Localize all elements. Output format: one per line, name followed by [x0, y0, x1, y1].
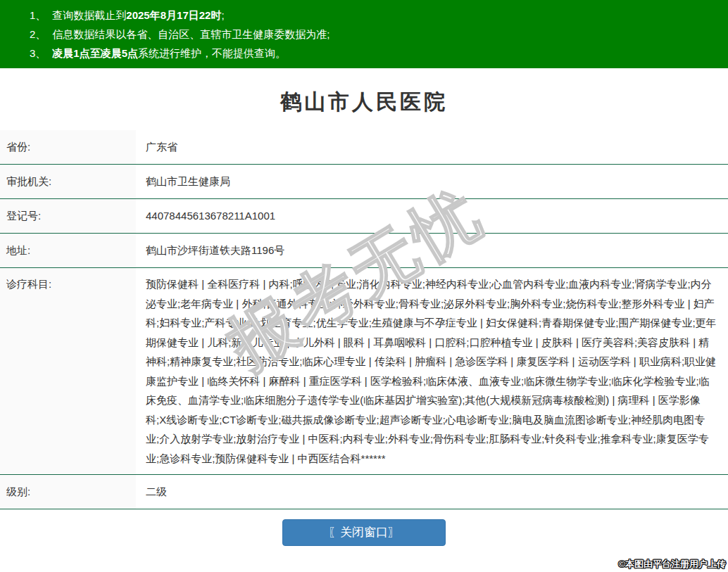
field-value: 鹤山市卫生健康局: [136, 165, 728, 198]
hospital-info-table: 省份: 广东省 审批机关: 鹤山市卫生健康局 登记号: 440784456136…: [0, 130, 728, 509]
field-label: 级别:: [0, 475, 136, 509]
notice-bar: 1、查询数据截止到2025年8月17日22时; 2、信息数据结果以各省、自治区、…: [0, 0, 728, 68]
field-value: 44078445613678211A1001: [136, 199, 728, 233]
field-label: 地址:: [0, 234, 136, 267]
notice-item-number: 3、: [30, 47, 46, 59]
close-window-button[interactable]: 〖关闭窗口〗: [282, 519, 446, 546]
image-attribution: ©本图由平台注册用户上传: [618, 558, 726, 571]
notice-item-number: 2、: [30, 28, 46, 40]
button-row: 〖关闭窗口〗: [0, 519, 728, 546]
field-value: 二级: [136, 475, 728, 509]
query-result-page: 1、查询数据截止到2025年8月17日22时; 2、信息数据结果以各省、自治区、…: [0, 0, 728, 572]
notice-item: 1、查询数据截止到2025年8月17日22时;: [30, 6, 714, 25]
notice-item: 3、凌晨1点至凌晨5点系统进行维护，不能提供查询。: [30, 44, 714, 63]
notice-item-text: ;: [221, 9, 224, 21]
field-label: 审批机关:: [0, 165, 136, 198]
notice-item-text: 查询数据截止到: [52, 9, 126, 21]
field-label: 登记号:: [0, 199, 136, 233]
field-row-registration-number: 登记号: 44078445613678211A1001: [0, 199, 728, 234]
field-row-province: 省份: 广东省: [0, 130, 728, 165]
field-label: 省份:: [0, 130, 136, 164]
field-row-approval-authority: 审批机关: 鹤山市卫生健康局: [0, 165, 728, 199]
field-label: 诊疗科目:: [0, 268, 136, 474]
notice-item-text: 信息数据结果以各省、自治区、直辖市卫生健康委数据为准;: [52, 28, 330, 40]
notice-item: 2、信息数据结果以各省、自治区、直辖市卫生健康委数据为准;: [30, 25, 714, 44]
notice-item-bold-text: 凌晨1点至凌晨5点: [52, 47, 138, 59]
notice-item-text: 系统进行维护，不能提供查询。: [138, 47, 286, 59]
hospital-name-title: 鹤山市人民医院: [0, 68, 728, 130]
field-value: 鹤山市沙坪街道铁夫路1196号: [136, 234, 728, 267]
field-row-address: 地址: 鹤山市沙坪街道铁夫路1196号: [0, 234, 728, 268]
field-row-level: 级别: 二级: [0, 475, 728, 509]
field-value: 预防保健科 | 全科医疗科 | 内科;呼吸内科专业;消化内科专业;神经内科专业;…: [136, 268, 728, 474]
field-row-medical-departments: 诊疗科目: 预防保健科 | 全科医疗科 | 内科;呼吸内科专业;消化内科专业;神…: [0, 268, 728, 475]
field-value: 广东省: [136, 130, 728, 164]
notice-item-number: 1、: [30, 9, 46, 21]
notice-item-bold-text: 2025年8月17日22时: [126, 9, 221, 21]
